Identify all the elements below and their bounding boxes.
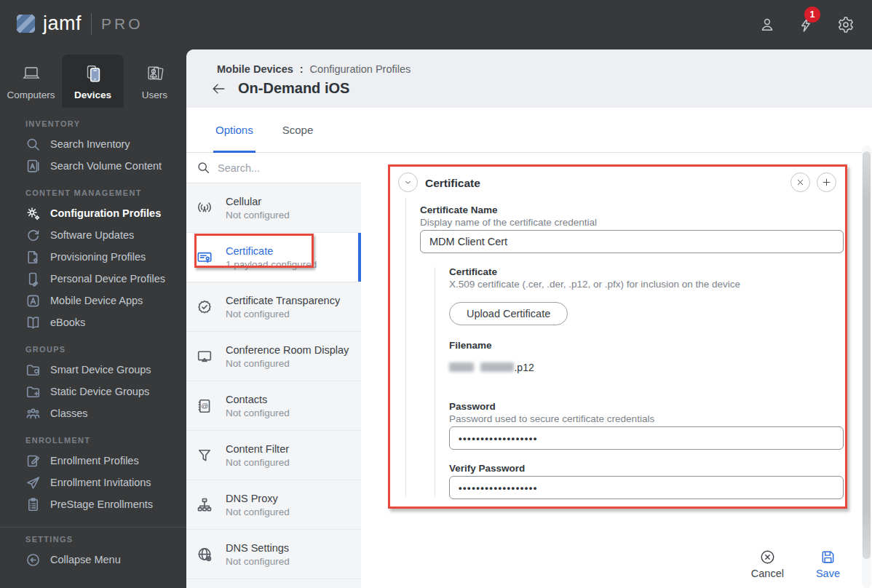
payload-item-dns-settings[interactable]: DNS Settings Not configured <box>186 530 361 579</box>
payload-item-contacts[interactable]: @ Contacts Not configured <box>186 381 361 431</box>
sidebar-item-enrollment-invitations[interactable]: Enrollment Invitations <box>0 472 186 493</box>
payload-list: Cellular Not configured Certificate 1 pa… <box>186 153 361 588</box>
globe-icon <box>196 546 213 563</box>
payload-status: Not configured <box>226 506 290 517</box>
folder-sync-icon <box>25 362 41 378</box>
payload-name: Content Filter <box>226 443 290 455</box>
context-tab-label: Devices <box>74 90 111 100</box>
sidebar-item-label: Software Updates <box>50 229 134 241</box>
context-tab-label: Computers <box>7 90 55 100</box>
top-icons: 1 <box>758 16 855 33</box>
page-title: On-Demand iOS <box>238 80 349 97</box>
jamf-pro-app: jamf PRO 1 Computers Devices Users <box>0 0 872 588</box>
sidebar-section-items: Smart Device Groups Static Device Groups… <box>0 359 186 424</box>
sidebar-item-software-updates[interactable]: Software Updates <box>0 224 186 246</box>
cancel-circle-icon <box>759 549 776 565</box>
payload-item-cellular[interactable]: Cellular Not configured <box>186 183 361 233</box>
add-payload-button[interactable] <box>817 172 836 192</box>
sidebar-item-classes[interactable]: Classes <box>0 402 186 424</box>
tab-label: Scope <box>282 124 314 136</box>
sidebar-item-prestage-enrollments[interactable]: PreStage Enrollments <box>0 493 186 515</box>
sidebar-item-mobile-device-apps[interactable]: Mobile Device Apps <box>0 290 186 311</box>
folder-plus-icon <box>25 384 41 400</box>
sidebar-item-provisioning-profiles[interactable]: Provisioning Profiles <box>0 246 186 268</box>
filename-label: Filename <box>449 340 492 351</box>
sidebar-item-personal-device-profiles[interactable]: Personal Device Profiles <box>0 268 186 290</box>
verify-password-input[interactable] <box>449 476 844 499</box>
payload-status: 1 payload configured <box>226 259 317 270</box>
chevron-down-icon <box>403 177 413 188</box>
save-button[interactable]: Save <box>816 549 840 579</box>
payload-status: Not configured <box>226 556 290 567</box>
certificate-name-input[interactable] <box>420 230 844 253</box>
save-floppy-icon <box>820 549 836 565</box>
sidebar-section-items: Enrollment Profiles Enrollment Invitatio… <box>0 450 186 515</box>
notifications-button[interactable]: 1 <box>798 16 815 33</box>
sidebar-section-items: Collapse Menu <box>0 549 186 571</box>
cancel-button[interactable]: Cancel <box>751 549 784 579</box>
contacts-icon: @ <box>196 397 213 415</box>
window-scrollbar-thumb[interactable] <box>863 151 871 559</box>
indent-guide-outer <box>405 197 406 497</box>
brand-name: jamf <box>43 12 82 35</box>
tab-bar: Options Scope <box>186 108 872 153</box>
title-row: On-Demand iOS <box>210 80 349 97</box>
context-tab-computers[interactable]: Computers <box>0 49 62 108</box>
laptop-icon <box>20 63 42 84</box>
volume-content-icon <box>25 159 41 174</box>
book-icon <box>25 315 41 330</box>
context-tab-label: Users <box>142 90 167 100</box>
certificate-name-helper: Display name of the certificate credenti… <box>420 217 597 228</box>
sidebar-item-static-device-groups[interactable]: Static Device Groups <box>0 381 186 402</box>
upload-certificate-button[interactable]: Upload Certificate <box>449 302 568 325</box>
context-tab-users[interactable]: Users <box>124 49 186 108</box>
password-input[interactable] <box>449 426 844 450</box>
sidebar-section: INVENTORY Search Inventory Search Volume… <box>0 115 186 177</box>
indent-guide-inner <box>435 267 435 497</box>
config-profiles-icon <box>25 206 41 221</box>
payload-item-dns-proxy[interactable]: DNS Proxy Not configured <box>186 480 361 530</box>
sidebar-item-label: Personal Device Profiles <box>50 273 165 285</box>
payload-name: Cellular <box>226 196 290 207</box>
sidebar-section-items: Configuration Profiles Software Updates … <box>0 202 186 333</box>
sidebar-item-search-volume-content[interactable]: Search Volume Content <box>0 155 186 177</box>
payload-status: Not configured <box>226 309 340 319</box>
back-arrow-icon[interactable] <box>210 81 226 97</box>
brand-divider <box>91 13 92 35</box>
personal-device-icon <box>25 271 41 287</box>
payload-search-input[interactable] <box>218 162 351 174</box>
payload-item-conference-room-display[interactable]: Conference Room Display Not configured <box>186 332 361 381</box>
content-sheet: Mobile Devices : Configuration Profiles … <box>186 49 872 588</box>
sidebar-item-smart-device-groups[interactable]: Smart Device Groups <box>0 359 186 381</box>
software-updates-icon <box>25 228 41 243</box>
sidebar-item-configuration-profiles[interactable]: Configuration Profiles <box>0 202 186 224</box>
sidebar-item-search-inventory[interactable]: Search Inventory <box>0 133 186 155</box>
cancel-label: Cancel <box>751 568 784 579</box>
save-label: Save <box>816 568 840 579</box>
remove-payload-button[interactable] <box>790 172 810 192</box>
sidebar-item-ebooks[interactable]: eBooks <box>0 311 186 333</box>
tab-scope[interactable]: Scope <box>282 108 314 153</box>
payload-item-content-filter[interactable]: Content Filter Not configured <box>186 431 361 480</box>
dns-proxy-icon <box>196 496 213 514</box>
payload-item-certificate[interactable]: Certificate 1 payload configured <box>186 233 361 282</box>
sidebar-item-collapse-menu[interactable]: Collapse Menu <box>0 549 186 571</box>
collapse-payload-button[interactable] <box>398 172 418 192</box>
payload-name: Certificate <box>226 245 317 257</box>
sidebar-item-label: Configuration Profiles <box>50 207 161 219</box>
jamf-logo: jamf PRO <box>16 12 143 35</box>
sidebar-item-enrollment-profiles[interactable]: Enrollment Profiles <box>0 450 186 472</box>
context-tab-devices[interactable]: Devices <box>62 55 124 108</box>
user-icon[interactable] <box>758 16 776 33</box>
certificate-payload-panel: Certificate Certificate Name Display nam… <box>388 164 847 509</box>
gear-icon[interactable] <box>837 16 855 33</box>
filename-suffix: .p12 <box>514 362 534 373</box>
payload-name: Certificate Transparency <box>226 295 340 306</box>
certificate-transparency-icon <box>196 298 213 316</box>
payload-item-certificate-transparency[interactable]: Certificate Transparency Not configured <box>186 282 361 332</box>
breadcrumb-page[interactable]: Configuration Profiles <box>310 63 411 75</box>
close-icon <box>795 177 806 188</box>
tab-options[interactable]: Options <box>215 108 253 153</box>
notification-badge: 1 <box>804 7 820 23</box>
breadcrumb-section[interactable]: Mobile Devices <box>217 63 293 75</box>
